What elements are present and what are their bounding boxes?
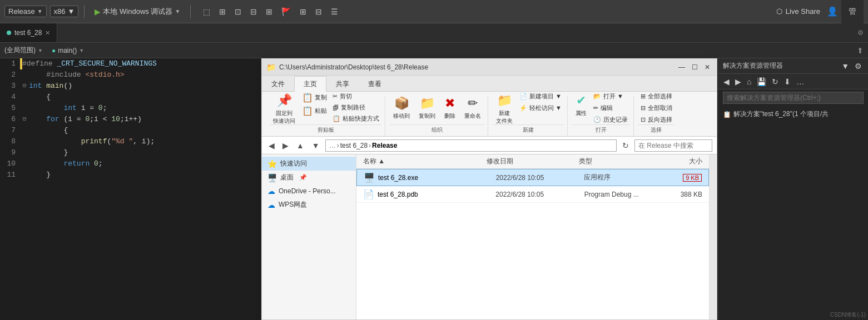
fe-path-segment-1[interactable]: test 6_28 [340,142,368,149]
nav-pin-button[interactable]: ⬆ [852,46,868,55]
select-all-icon: ⊞ [641,93,646,100]
col-size[interactable]: 大小 [653,157,702,166]
fe-new-item-button[interactable]: 📄 新建项目 ▼ [517,91,564,102]
fe-invert-select-button[interactable]: ⊡ 反向选择 [638,114,674,125]
rp-refresh-button[interactable]: ↻ [770,76,780,87]
nav-scope-segment[interactable]: (全局范围) ▼ [0,44,47,56]
sort-arrow: ▲ [378,157,385,165]
fe-list-header: 名称 ▲ 修改日期 类型 大小 [356,154,709,169]
tab-dot [7,31,11,35]
fe-select-all-button[interactable]: ⊞ 全部选择 [638,91,674,102]
toolbar-icon-3[interactable]: ⊡ [232,6,244,17]
fe-easy-access-button[interactable]: ⚡ 轻松访问 ▼ [517,103,564,113]
fe-history-button[interactable]: 🕐 历史记录 [591,114,630,125]
fe-address-bar: ◀ ▶ ▲ ▼ … › test 6_28 › Release ↻ [262,137,717,154]
live-share-icon: ⬡ [776,7,782,16]
fe-edit-button[interactable]: ✏ 编辑 [591,103,630,113]
fe-file-row-pdb[interactable]: 📄 test 6_28.pdb 2022/6/28 10:05 Program … [356,186,709,203]
col-type[interactable]: 类型 [579,157,653,166]
properties-icon: ✔ [576,93,586,108]
fe-paste-button[interactable]: 📋 粘贴 [300,104,329,117]
fe-open-button[interactable]: 📂 打开 ▼ [591,91,630,102]
rp-settings-button[interactable]: ⚙ [853,61,864,72]
solution-label: 解决方案"test 6_28"(1 个项目/共 [733,109,829,119]
fe-tab-file[interactable]: 文件 [262,76,294,92]
fe-tab-share[interactable]: 共享 [326,76,359,92]
fe-move-button[interactable]: 📦 移动到 [390,94,413,122]
col-name[interactable]: 名称 ▲ [363,157,487,166]
rp-expand-button[interactable]: ▼ [840,61,851,72]
toolbar-icon-5[interactable]: ⊞ [264,6,275,17]
release-label: Release [8,7,35,16]
fe-search-input[interactable] [634,139,712,152]
tab-close-icon[interactable]: ✕ [45,29,50,37]
fe-pin-button[interactable]: 📌 固定到快速访问 [270,91,299,127]
corner-button[interactable]: 管 [841,0,864,23]
code-line-4: 4 { [0,92,261,103]
toolbar-icon-1[interactable]: ⬚ [201,6,212,17]
toolbar-icon-6[interactable]: 🚩 [279,6,293,17]
folder-icon: 📁 [266,63,276,72]
arch-dropdown[interactable]: x86 ▼ [50,6,79,17]
fe-title-buttons: — ☐ ✕ [676,62,712,72]
fe-new-folder-button[interactable]: 📁 新建文件夹 [493,91,516,127]
arch-dropdown-arrow: ▼ [68,7,75,16]
fe-copy-path-button[interactable]: 🗐 复制路径 [330,102,381,113]
fe-properties-button[interactable]: ✔ 属性 [572,91,590,119]
release-dropdown[interactable]: Release ▼ [4,6,47,17]
fe-up-button[interactable]: ▲ [294,140,306,151]
fe-forward-button[interactable]: ▶ [280,140,291,151]
rp-back-button[interactable]: ◀ [722,76,731,87]
fe-tab-home[interactable]: 主页 [294,76,326,92]
fe-sidebar-desktop[interactable]: 🖥️ 桌面 📌 [262,171,356,184]
solution-search-input[interactable] [723,92,864,104]
fe-deselect-all-button[interactable]: ⊟ 全部取消 [638,103,674,113]
fe-file-row-exe[interactable]: 🖥️ test 6_28.exe 2022/6/28 10:05 应用程序 9 … [356,169,709,186]
fe-sidebar-quick-access[interactable]: ⭐ 快速访问 [262,157,356,171]
panel-config-button[interactable]: ⚙ [853,23,868,42]
fe-rename-button[interactable]: ✏ 重命名 [461,94,484,122]
fe-sidebar-onedrive[interactable]: ☁ OneDrive - Perso... [262,184,356,198]
person-icon[interactable]: 👤 [827,6,838,17]
paste-shortcut-icon: 📋 [333,115,340,122]
toolbar-icon-8[interactable]: ⊟ [313,6,324,17]
fe-body: ⭐ 快速访问 🖥️ 桌面 📌 ☁ OneDrive - Perso... ☁ W… [262,154,717,319]
rp-forward-button[interactable]: ▶ [733,76,743,87]
rp-save-button[interactable]: 💾 [755,76,768,87]
fe-minimize-button[interactable]: — [676,62,687,72]
rp-home-button[interactable]: ⌂ [745,76,753,87]
fe-paste-shortcut-button[interactable]: 📋 粘贴快捷方式 [330,113,381,124]
live-share-button[interactable]: ⬡ Live Share [776,7,820,16]
fe-sidebar-wps[interactable]: ☁ WPS网盘 [262,198,356,212]
fe-scroll-strip[interactable] [709,154,717,319]
rp-more-button[interactable]: … [795,76,806,87]
debug-button[interactable]: ▶ 本地 Windows 调试器 ▼ [90,5,185,18]
fe-tab-view[interactable]: 查看 [359,76,391,92]
exe-file-icon: 🖥️ [364,172,375,183]
fe-down-button[interactable]: ▼ [310,140,322,151]
fe-copy-to-button[interactable]: 📁 复制到 [415,94,439,122]
nav-function-segment[interactable]: ● main() ▼ [47,46,88,56]
toolbar-icon-9[interactable]: ☰ [329,6,340,17]
fe-path-current[interactable]: Release [372,142,397,149]
solution-tree-item[interactable]: 📋 解决方案"test 6_28"(1 个项目/共 [718,108,868,120]
toolbar-icon-2[interactable]: ⊞ [217,6,228,17]
toolbar-icon-4[interactable]: ⊟ [248,6,259,17]
open-icon: 📂 [593,93,601,100]
solution-explorer-panel: 解决方案资源管理器 ▼ ⚙ ◀ ▶ ⌂ 💾 ↻ ⬇ … 📋 解决方案"test … [718,58,868,320]
fe-maximize-button[interactable]: ☐ [690,62,700,72]
fe-cut-button[interactable]: ✂ 剪切 [330,91,381,102]
col-date[interactable]: 修改日期 [487,157,579,166]
editor-tab-main[interactable]: test 6_28 ✕ [0,23,57,42]
editor-nav-bar: (全局范围) ▼ ● main() ▼ ⬆ [0,43,868,58]
fe-refresh-button[interactable]: ↻ [620,140,631,151]
nav-scope-arrow: ▼ [38,48,43,53]
fe-close-button[interactable]: ✕ [702,62,712,72]
fe-back-button[interactable]: ◀ [266,140,277,151]
wps-icon: ☁ [267,201,275,209]
toolbar-icon-7[interactable]: ⊞ [297,6,309,17]
fe-delete-button[interactable]: ✖ 删除 [441,94,459,122]
fe-copy-button[interactable]: 📋 复制 [300,91,329,104]
fe-address-path[interactable]: … › test 6_28 › Release [325,139,617,152]
rp-down-button[interactable]: ⬇ [782,76,792,87]
